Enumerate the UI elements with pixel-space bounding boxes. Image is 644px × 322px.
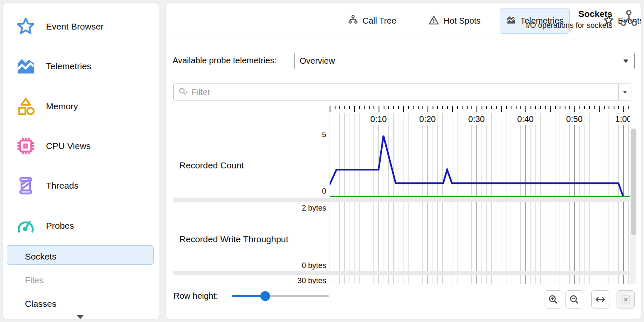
time-tick — [433, 106, 433, 109]
sidebar-item-cpu-views[interactable]: CPU Views — [11, 133, 151, 159]
time-tick — [618, 106, 619, 109]
page-title: Sockets — [526, 8, 612, 20]
gridline — [433, 275, 433, 284]
sidebar-item-telemetries[interactable]: Telemetries — [11, 53, 151, 79]
chart-plot-area[interactable]: 0:100:200:300:400:501:00 — [330, 105, 630, 284]
time-axis-label: 0:50 — [565, 114, 584, 125]
time-tick — [471, 106, 472, 109]
gridline — [604, 275, 604, 284]
gridline — [584, 202, 584, 271]
gridline — [530, 275, 531, 284]
zoom-in-button[interactable] — [544, 290, 562, 308]
gridline — [422, 202, 423, 271]
probe-telemetries-selected-value: Overview — [300, 56, 623, 66]
fit-to-window-button[interactable] — [591, 290, 609, 308]
time-tick — [609, 106, 609, 109]
gridline — [540, 202, 541, 271]
zoom-out-button[interactable] — [565, 290, 583, 308]
slider-thumb[interactable] — [260, 291, 270, 301]
gridline — [628, 275, 629, 284]
sidebar: Event Browser Telemetries Memory CPU Vie… — [3, 3, 159, 319]
gridline — [486, 202, 487, 271]
gridline — [614, 202, 614, 271]
time-axis-label: 0:10 — [369, 114, 389, 125]
cpu-chip-icon — [15, 135, 37, 157]
gridline — [604, 202, 604, 271]
tab-label: Hot Spots — [444, 16, 481, 26]
gridline — [428, 275, 428, 284]
row-separator[interactable] — [173, 271, 630, 275]
gridline — [408, 275, 409, 284]
gridline — [516, 202, 516, 271]
time-tick — [628, 106, 629, 109]
gridline — [437, 275, 438, 284]
vertical-scrollbar[interactable] — [630, 128, 636, 284]
row-height-label: Row height: — [173, 291, 218, 301]
sidebar-item-sockets-label[interactable]: Sockets — [25, 252, 57, 262]
sidebar-item-label: Event Browser — [46, 22, 104, 32]
probe-telemetries-label: Available probe telemetries: — [173, 56, 276, 65]
gridline — [422, 275, 423, 284]
sidebar-item-classes[interactable]: Classes — [25, 299, 57, 309]
gridline — [442, 275, 443, 284]
gridlines-row2 — [330, 202, 630, 271]
gridline — [384, 202, 384, 271]
gridline — [373, 275, 374, 284]
time-tick — [614, 106, 614, 109]
gridline — [482, 275, 482, 284]
time-tick — [540, 106, 541, 109]
gridline — [565, 275, 565, 284]
time-tick — [496, 106, 497, 109]
sidebar-item-probes[interactable]: Probes — [11, 213, 151, 239]
gridline — [565, 202, 565, 271]
time-tick — [369, 106, 370, 109]
gridline — [511, 202, 511, 271]
time-tick — [413, 106, 414, 109]
gridline — [545, 275, 545, 284]
gridline — [555, 202, 555, 271]
gridline — [584, 275, 584, 284]
time-tick — [482, 106, 482, 109]
gridline — [447, 275, 447, 284]
gridline — [349, 275, 349, 284]
gridline — [540, 275, 541, 284]
time-tick — [364, 106, 365, 109]
time-tick — [501, 106, 502, 112]
tab-call-tree[interactable]: Call Tree — [347, 8, 396, 34]
gridline — [433, 202, 433, 271]
gridline — [393, 275, 394, 284]
gridline — [398, 275, 398, 284]
gridline — [535, 275, 536, 284]
gridline — [442, 202, 443, 271]
row-height-slider[interactable] — [232, 290, 329, 302]
sidebar-item-memory[interactable]: Memory — [11, 93, 151, 119]
sidebar-item-threads[interactable]: Threads — [11, 173, 151, 199]
sidebar-item-label: CPU Views — [46, 141, 91, 151]
row-separator[interactable] — [173, 198, 630, 202]
gridline — [560, 275, 560, 284]
scroll-down-icon[interactable] — [76, 315, 84, 319]
gridline — [618, 275, 619, 284]
gridline — [589, 275, 590, 284]
gridline — [594, 202, 594, 271]
gridline — [618, 202, 619, 271]
filter-input[interactable]: Filter — [173, 84, 631, 100]
scrollbar-thumb[interactable] — [631, 129, 636, 235]
time-tick — [574, 106, 575, 112]
gridline — [379, 275, 379, 284]
gridline — [496, 275, 496, 284]
gridline — [349, 202, 349, 271]
gridline — [379, 202, 379, 271]
gridline — [457, 202, 457, 271]
probe-telemetries-select[interactable]: Overview — [294, 53, 635, 69]
gridline — [599, 275, 599, 284]
gridline — [486, 275, 487, 284]
gridline — [457, 275, 457, 284]
filter-dropdown-button[interactable] — [618, 84, 631, 100]
gridline — [418, 275, 418, 284]
time-tick — [398, 106, 399, 109]
gridline — [369, 202, 369, 271]
tab-hot-spots[interactable]: Hot Spots — [428, 8, 481, 34]
sidebar-item-event-browser[interactable]: Event Browser — [11, 14, 151, 40]
gridline — [364, 275, 364, 284]
